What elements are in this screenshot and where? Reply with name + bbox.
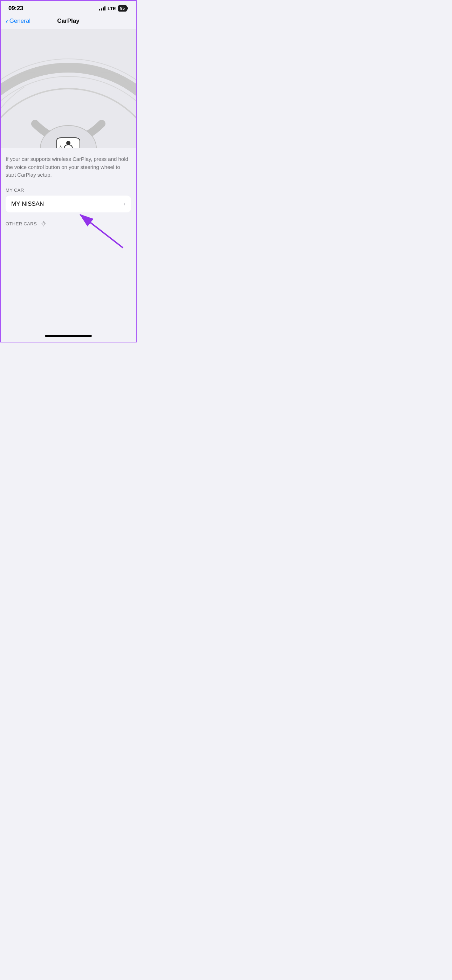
car-name: MY NISSAN bbox=[11, 200, 44, 207]
description-text: If your car supports wireless CarPlay, p… bbox=[6, 155, 131, 179]
signal-bar-3 bbox=[103, 7, 104, 11]
lte-label: LTE bbox=[108, 6, 116, 11]
battery: 95 bbox=[118, 5, 127, 11]
signal-bar-4 bbox=[104, 6, 105, 11]
status-right: LTE 95 bbox=[99, 5, 128, 11]
svg-line-11 bbox=[44, 224, 45, 225]
other-cars-section: OTHER CARS bbox=[6, 221, 131, 227]
signal-bar-1 bbox=[99, 9, 100, 11]
home-bar bbox=[45, 335, 92, 337]
svg-line-13 bbox=[42, 224, 43, 225]
battery-tip bbox=[127, 7, 128, 10]
my-nissan-item[interactable]: MY NISSAN › bbox=[6, 196, 131, 212]
status-time: 09:23 bbox=[8, 5, 23, 12]
back-label: General bbox=[10, 18, 30, 24]
back-button[interactable]: ‹ General bbox=[6, 18, 30, 24]
svg-line-15 bbox=[42, 222, 43, 223]
status-bar: 09:23 LTE 95 bbox=[0, 0, 137, 15]
loading-spinner bbox=[40, 221, 46, 227]
signal-bars bbox=[99, 6, 105, 11]
my-car-section-label: MY CAR bbox=[6, 188, 131, 193]
signal-bar-2 bbox=[101, 8, 102, 11]
battery-container: 95 bbox=[118, 5, 128, 11]
chevron-right-icon: › bbox=[123, 200, 126, 207]
other-cars-label: OTHER CARS bbox=[6, 221, 37, 226]
content-area: If your car supports wireless CarPlay, p… bbox=[0, 148, 137, 234]
nav-bar: ‹ General CarPlay bbox=[0, 15, 137, 29]
page-title: CarPlay bbox=[57, 18, 79, 24]
home-indicator bbox=[0, 332, 137, 342]
battery-level: 95 bbox=[120, 6, 125, 11]
page-wrapper: 09:23 LTE 95 ‹ General CarPlay bbox=[0, 0, 137, 342]
svg-line-9 bbox=[44, 222, 45, 223]
steering-wheel-illustration bbox=[0, 29, 137, 148]
bottom-spacer bbox=[0, 234, 137, 332]
back-chevron-icon: ‹ bbox=[6, 18, 8, 24]
